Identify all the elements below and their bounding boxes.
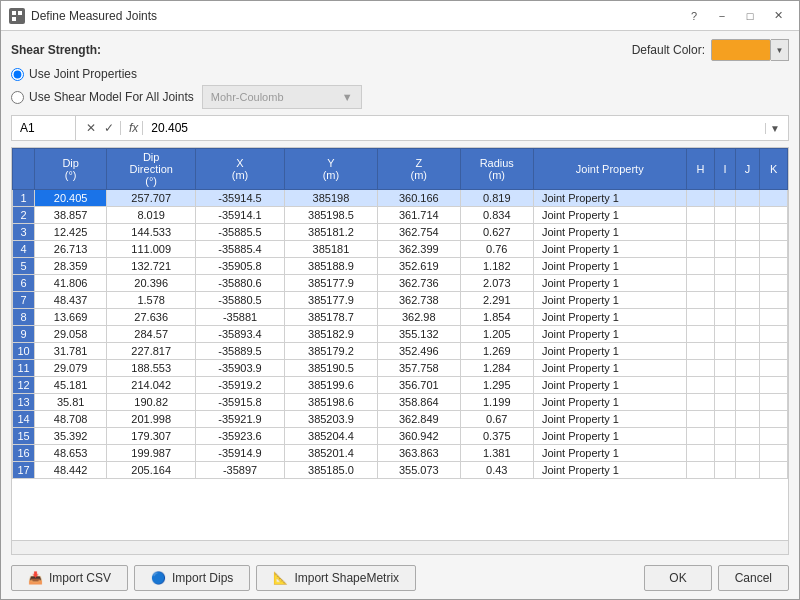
- table-cell[interactable]: [760, 275, 788, 292]
- table-cell[interactable]: [715, 292, 735, 309]
- table-cell[interactable]: 385178.7: [284, 309, 377, 326]
- table-cell[interactable]: 201.998: [107, 411, 196, 428]
- table-cell[interactable]: [760, 394, 788, 411]
- restore-button[interactable]: □: [737, 6, 763, 26]
- table-cell[interactable]: 29.079: [35, 360, 107, 377]
- table-cell[interactable]: [760, 326, 788, 343]
- table-cell[interactable]: Joint Property 1: [533, 258, 686, 275]
- table-cell[interactable]: Joint Property 1: [533, 275, 686, 292]
- import-shapemetrix-button[interactable]: 📐 Import ShapeMetrix: [256, 565, 416, 591]
- table-cell[interactable]: 385177.9: [284, 275, 377, 292]
- ok-button[interactable]: OK: [644, 565, 711, 591]
- table-cell[interactable]: 12.425: [35, 224, 107, 241]
- table-cell[interactable]: 199.987: [107, 445, 196, 462]
- table-cell[interactable]: [735, 292, 760, 309]
- table-cell[interactable]: 362.849: [377, 411, 460, 428]
- table-cell[interactable]: Joint Property 1: [533, 377, 686, 394]
- table-cell[interactable]: 41.806: [35, 275, 107, 292]
- table-cell[interactable]: 385198.5: [284, 207, 377, 224]
- table-cell[interactable]: 385203.9: [284, 411, 377, 428]
- import-dips-button[interactable]: 🔵 Import Dips: [134, 565, 250, 591]
- table-cell[interactable]: -35905.8: [196, 258, 285, 275]
- table-cell[interactable]: 385204.4: [284, 428, 377, 445]
- horizontal-scrollbar[interactable]: [12, 540, 788, 554]
- table-cell[interactable]: 385198: [284, 190, 377, 207]
- table-cell[interactable]: Joint Property 1: [533, 360, 686, 377]
- radio-use-joint-properties[interactable]: Use Joint Properties: [11, 67, 789, 81]
- table-cell[interactable]: 385179.2: [284, 343, 377, 360]
- table-cell[interactable]: [735, 462, 760, 479]
- table-cell[interactable]: 29.058: [35, 326, 107, 343]
- table-cell[interactable]: 360.166: [377, 190, 460, 207]
- table-cell[interactable]: 284.57: [107, 326, 196, 343]
- table-cell[interactable]: 385181.2: [284, 224, 377, 241]
- minimize-button[interactable]: −: [709, 6, 735, 26]
- table-cell[interactable]: [715, 258, 735, 275]
- table-cell[interactable]: 28.359: [35, 258, 107, 275]
- table-cell[interactable]: -35914.1: [196, 207, 285, 224]
- table-cell[interactable]: Joint Property 1: [533, 224, 686, 241]
- table-cell[interactable]: 144.533: [107, 224, 196, 241]
- table-cell[interactable]: 179.307: [107, 428, 196, 445]
- table-cell[interactable]: [686, 258, 715, 275]
- table-cell[interactable]: [760, 309, 788, 326]
- table-cell[interactable]: [735, 309, 760, 326]
- table-cell[interactable]: 362.736: [377, 275, 460, 292]
- table-cell[interactable]: [760, 360, 788, 377]
- table-cell[interactable]: [760, 207, 788, 224]
- table-cell[interactable]: 385182.9: [284, 326, 377, 343]
- table-cell[interactable]: [735, 224, 760, 241]
- table-cell[interactable]: 188.553: [107, 360, 196, 377]
- table-cell[interactable]: [760, 462, 788, 479]
- table-cell[interactable]: [715, 343, 735, 360]
- table-cell[interactable]: 48.708: [35, 411, 107, 428]
- table-cell[interactable]: -35915.8: [196, 394, 285, 411]
- table-cell[interactable]: [760, 190, 788, 207]
- table-cell[interactable]: 358.864: [377, 394, 460, 411]
- table-cell[interactable]: [715, 207, 735, 224]
- table-cell[interactable]: 8.019: [107, 207, 196, 224]
- table-cell[interactable]: 1.854: [460, 309, 533, 326]
- table-cell[interactable]: [735, 377, 760, 394]
- table-cell[interactable]: 2.291: [460, 292, 533, 309]
- table-cell[interactable]: 1.381: [460, 445, 533, 462]
- table-cell[interactable]: 362.754: [377, 224, 460, 241]
- table-cell[interactable]: 385177.9: [284, 292, 377, 309]
- table-cell[interactable]: [686, 445, 715, 462]
- table-cell[interactable]: 361.714: [377, 207, 460, 224]
- table-cell[interactable]: -35914.9: [196, 445, 285, 462]
- table-cell[interactable]: 257.707: [107, 190, 196, 207]
- close-button[interactable]: ✕: [765, 6, 791, 26]
- table-cell[interactable]: [760, 428, 788, 445]
- table-cell[interactable]: [735, 360, 760, 377]
- table-cell[interactable]: 1.295: [460, 377, 533, 394]
- table-cell[interactable]: 1.578: [107, 292, 196, 309]
- table-cell[interactable]: -35893.4: [196, 326, 285, 343]
- table-cell[interactable]: [760, 292, 788, 309]
- table-cell[interactable]: 0.76: [460, 241, 533, 258]
- table-cell[interactable]: 385188.9: [284, 258, 377, 275]
- table-cell[interactable]: 0.43: [460, 462, 533, 479]
- table-cell[interactable]: 352.619: [377, 258, 460, 275]
- table-cell[interactable]: 362.98: [377, 309, 460, 326]
- table-cell[interactable]: [686, 275, 715, 292]
- table-cell[interactable]: Joint Property 1: [533, 241, 686, 258]
- table-cell[interactable]: [735, 343, 760, 360]
- table-cell[interactable]: 20.405: [35, 190, 107, 207]
- table-cell[interactable]: 48.437: [35, 292, 107, 309]
- table-cell[interactable]: -35914.5: [196, 190, 285, 207]
- table-cell[interactable]: [735, 411, 760, 428]
- table-cell[interactable]: 355.073: [377, 462, 460, 479]
- table-cell[interactable]: 355.132: [377, 326, 460, 343]
- table-cell[interactable]: 1.182: [460, 258, 533, 275]
- table-cell[interactable]: -35897: [196, 462, 285, 479]
- table-cell[interactable]: -35889.5: [196, 343, 285, 360]
- table-cell[interactable]: [760, 377, 788, 394]
- help-button[interactable]: ?: [681, 6, 707, 26]
- table-cell[interactable]: 48.442: [35, 462, 107, 479]
- table-cell[interactable]: Joint Property 1: [533, 411, 686, 428]
- table-cell[interactable]: Joint Property 1: [533, 445, 686, 462]
- table-cell[interactable]: [686, 207, 715, 224]
- table-cell[interactable]: -35921.9: [196, 411, 285, 428]
- table-cell[interactable]: 362.399: [377, 241, 460, 258]
